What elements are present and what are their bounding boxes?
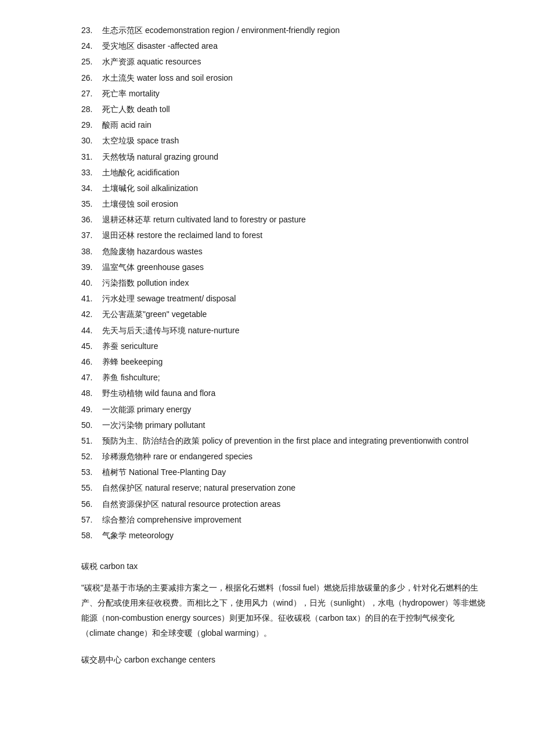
item-number: 46. [81, 355, 102, 369]
list-item: 37.退田还林 restore the reclaimed land to fo… [81, 228, 488, 243]
list-item: 39.温室气体 greenhouse gases [81, 260, 488, 275]
item-text: 死亡人数 death toll [102, 102, 488, 117]
item-text: 污水处理 sewage treatment/ disposal [102, 291, 488, 306]
list-item: 40.污染指数 pollution index [81, 276, 488, 290]
carbon-tax-heading: 碳税 carbon tax [81, 559, 488, 574]
list-item: 46.养蜂 beekeeping [81, 355, 488, 369]
item-text: 无公害蔬菜"green" vegetable [102, 307, 488, 322]
list-item: 55.自然保护区 natural reserve; natural preser… [81, 481, 488, 495]
list-item: 56.自然资源保护区 natural resource protection a… [81, 497, 488, 512]
item-number: 39. [81, 260, 102, 275]
list-item: 27.死亡率 mortality [81, 87, 488, 101]
list-item: 25.水产资源 aquatic resources [81, 55, 488, 69]
item-text: 养蚕 sericulture [102, 339, 488, 354]
item-text: 一次能源 primary energy [102, 402, 488, 417]
item-text: 水土流失 water loss and soil erosion [102, 71, 488, 85]
item-number: 42. [81, 307, 102, 322]
carbon-tax-paragraph: "碳税"是基于市场的主要减排方案之一，根据化石燃料（fossil fuel）燃烧… [81, 581, 488, 641]
list-item: 31.天然牧场 natural grazing ground [81, 150, 488, 164]
item-text: 天然牧场 natural grazing ground [102, 150, 488, 164]
list-item: 45.养蚕 sericulture [81, 339, 488, 354]
item-number: 51. [81, 434, 102, 448]
item-number: 47. [81, 370, 102, 385]
item-text: 温室气体 greenhouse gases [102, 260, 488, 275]
item-text: 危险废物 hazardous wastes [102, 244, 488, 259]
item-text: 土地酸化 acidification [102, 165, 488, 180]
item-text: 退田还林 restore the reclaimed land to fores… [102, 228, 488, 243]
item-text: 水产资源 aquatic resources [102, 55, 488, 69]
item-text: 先天与后天;遗传与环境 nature-nurture [102, 323, 488, 338]
item-number: 37. [81, 228, 102, 243]
list-item: 24.受灾地区 disaster -affected area [81, 39, 488, 53]
item-number: 40. [81, 276, 102, 290]
item-text: 一次污染物 primary pollutant [102, 418, 488, 433]
item-number: 41. [81, 291, 102, 306]
item-text: 自然资源保护区 natural resource protection area… [102, 497, 488, 512]
item-text: 土壤侵蚀 soil erosion [102, 197, 488, 211]
item-text: 退耕还林还草 return cultivated land to forestr… [102, 213, 488, 227]
list-item: 30.太空垃圾 space trash [81, 134, 488, 148]
item-number: 28. [81, 102, 102, 117]
item-number: 45. [81, 339, 102, 354]
item-number: 36. [81, 213, 102, 227]
item-number: 38. [81, 244, 102, 259]
item-number: 50. [81, 418, 102, 433]
list-item: 53.植树节 National Tree-Planting Day [81, 465, 488, 480]
list-item: 29.酸雨 acid rain [81, 118, 488, 132]
list-item: 26.水土流失 water loss and soil erosion [81, 71, 488, 85]
list-item: 38.危险废物 hazardous wastes [81, 244, 488, 259]
item-number: 44. [81, 323, 102, 338]
list-item: 58.气象学 meteorology [81, 528, 488, 543]
item-number: 31. [81, 150, 102, 164]
item-number: 30. [81, 134, 102, 148]
item-text: 太空垃圾 space trash [102, 134, 488, 148]
item-number: 56. [81, 497, 102, 512]
item-text: 死亡率 mortality [102, 87, 488, 101]
list-item: 44.先天与后天;遗传与环境 nature-nurture [81, 323, 488, 338]
list-item: 50.一次污染物 primary pollutant [81, 418, 488, 433]
item-text: 气象学 meteorology [102, 528, 488, 543]
item-text: 养蜂 beekeeping [102, 355, 488, 369]
list-item: 52.珍稀濒危物种 rare or endangered species [81, 449, 488, 464]
item-text: 野生动植物 wild fauna and flora [102, 386, 488, 401]
item-number: 48. [81, 386, 102, 401]
vocabulary-list: 23.生态示范区 ecodemonstration region / envir… [81, 23, 488, 543]
item-text: 预防为主、防治结合的政策 policy of prevention in the… [102, 434, 488, 448]
item-number: 27. [81, 87, 102, 101]
list-item: 47.养鱼 fishculture; [81, 370, 488, 385]
item-text: 污染指数 pollution index [102, 276, 488, 290]
item-number: 25. [81, 55, 102, 69]
list-item: 34.土壤碱化 soil alkalinization [81, 181, 488, 196]
list-item: 48.野生动植物 wild fauna and flora [81, 386, 488, 401]
item-number: 57. [81, 513, 102, 527]
item-text: 酸雨 acid rain [102, 118, 488, 132]
list-item: 42.无公害蔬菜"green" vegetable [81, 307, 488, 322]
item-number: 24. [81, 39, 102, 53]
item-number: 23. [81, 23, 102, 38]
content-area: 23.生态示范区 ecodemonstration region / envir… [81, 23, 488, 667]
item-text: 生态示范区 ecodemonstration region / environm… [102, 23, 488, 38]
list-item: 49.一次能源 primary energy [81, 402, 488, 417]
list-item: 23.生态示范区 ecodemonstration region / envir… [81, 23, 488, 38]
item-text: 综合整治 comprehensive improvement [102, 513, 488, 527]
item-text: 珍稀濒危物种 rare or endangered species [102, 449, 488, 464]
item-text: 受灾地区 disaster -affected area [102, 39, 488, 53]
item-text: 植树节 National Tree-Planting Day [102, 465, 488, 480]
item-number: 53. [81, 465, 102, 480]
item-number: 34. [81, 181, 102, 196]
list-item: 28.死亡人数 death toll [81, 102, 488, 117]
list-item: 51.预防为主、防治结合的政策 policy of prevention in … [81, 434, 488, 448]
item-number: 52. [81, 449, 102, 464]
item-number: 29. [81, 118, 102, 132]
item-number: 58. [81, 528, 102, 543]
item-number: 26. [81, 71, 102, 85]
list-item: 33.土地酸化 acidification [81, 165, 488, 180]
carbon-exchange-heading: 碳交易中心 carbon exchange centers [81, 653, 488, 667]
item-number: 33. [81, 165, 102, 180]
item-text: 自然保护区 natural reserve; natural preservat… [102, 481, 488, 495]
list-item: 35.土壤侵蚀 soil erosion [81, 197, 488, 211]
item-text: 养鱼 fishculture; [102, 370, 488, 385]
item-number: 35. [81, 197, 102, 211]
list-item: 57.综合整治 comprehensive improvement [81, 513, 488, 527]
list-item: 36.退耕还林还草 return cultivated land to fore… [81, 213, 488, 227]
